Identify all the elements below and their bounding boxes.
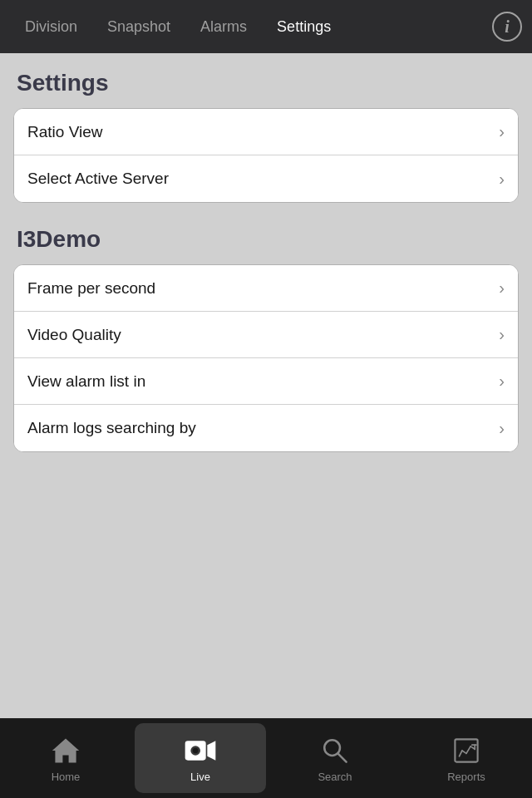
svg-marker-1	[207, 741, 215, 760]
alarm-list-label: View alarm list in	[27, 372, 145, 391]
home-icon	[49, 734, 82, 767]
chevron-icon: ›	[499, 170, 505, 189]
reports-icon	[450, 734, 483, 767]
settings-item-alarm-logs[interactable]: Alarm logs searching by ›	[14, 405, 518, 451]
svg-line-5	[337, 753, 346, 761]
video-quality-label: Video Quality	[27, 326, 121, 344]
svg-point-3	[193, 747, 199, 753]
i3demo-group: Frame per second › Video Quality › View …	[13, 264, 519, 452]
reports-tab-label: Reports	[447, 771, 485, 783]
settings-item-fps[interactable]: Frame per second ›	[14, 265, 518, 312]
chevron-icon: ›	[499, 372, 505, 391]
tab-live[interactable]: Live	[135, 723, 266, 793]
chevron-icon: ›	[499, 122, 505, 141]
home-tab-label: Home	[52, 771, 81, 783]
nav-tab-alarms[interactable]: Alarms	[185, 0, 262, 53]
settings-item-alarm-list[interactable]: View alarm list in ›	[14, 358, 518, 405]
info-button[interactable]: i	[492, 12, 522, 42]
search-tab-label: Search	[318, 771, 352, 783]
svg-line-9	[466, 746, 470, 753]
search-icon	[318, 734, 352, 767]
tab-reports[interactable]: Reports	[401, 718, 532, 798]
fps-label: Frame per second	[27, 279, 155, 298]
alarm-logs-label: Alarm logs searching by	[27, 419, 196, 437]
nav-tab-division[interactable]: Division	[10, 0, 92, 53]
chevron-icon: ›	[499, 278, 505, 298]
live-tab-label: Live	[190, 771, 210, 783]
chevron-icon: ›	[499, 419, 505, 438]
nav-tabs: Division Snapshot Alarms Settings	[10, 0, 492, 53]
nav-tab-settings[interactable]: Settings	[262, 0, 346, 53]
settings-item-select-server[interactable]: Select Active Server ›	[14, 155, 518, 202]
chevron-icon: ›	[499, 325, 505, 344]
ratio-view-label: Ratio View	[27, 123, 102, 141]
tab-search[interactable]: Search	[269, 718, 401, 798]
svg-line-8	[462, 751, 466, 753]
i3demo-section-title: I3Demo	[13, 226, 519, 253]
settings-item-video-quality[interactable]: Video Quality ›	[14, 312, 518, 358]
top-navigation: Division Snapshot Alarms Settings i	[0, 0, 532, 53]
settings-group: Ratio View › Select Active Server ›	[13, 108, 519, 203]
bottom-tabbar: Home Live Search	[0, 718, 532, 798]
svg-line-7	[460, 751, 462, 756]
nav-tab-snapshot[interactable]: Snapshot	[92, 0, 185, 53]
select-server-label: Select Active Server	[27, 170, 169, 188]
settings-section-title: Settings	[13, 70, 519, 96]
tab-home[interactable]: Home	[0, 718, 131, 798]
camera-icon	[184, 734, 217, 767]
svg-rect-6	[455, 739, 477, 761]
main-content: Settings Ratio View › Select Active Serv…	[0, 53, 532, 718]
settings-item-ratio-view[interactable]: Ratio View ›	[14, 109, 518, 155]
